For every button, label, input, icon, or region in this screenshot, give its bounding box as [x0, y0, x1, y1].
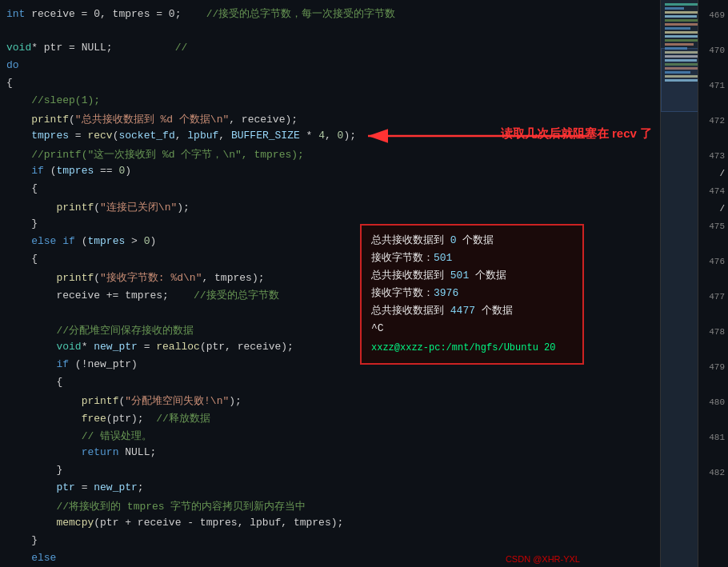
ann-line-6: ^C	[371, 320, 573, 337]
ann-line-1: 总共接收数据到 0 个数据	[371, 232, 573, 250]
line-num-471: 471	[702, 77, 725, 94]
code-line-9: //printf("这一次接收到 %d 个字节，\n", tmpres);	[0, 147, 660, 165]
code-line-10: if (tmpres == 0)	[0, 165, 660, 182]
code-line-4: do	[0, 59, 660, 77]
line-num-470: 470	[702, 42, 725, 59]
line-num-473: 473	[702, 147, 725, 165]
line-num-475: 475	[702, 218, 725, 235]
line-num-477: 477	[702, 288, 725, 305]
line-num-476: 476	[702, 253, 725, 270]
code-line-2	[0, 24, 660, 42]
code-line-12: printf("连接已关闭\n");	[0, 200, 660, 218]
line-num-472: 472	[702, 112, 725, 130]
ann-line-4: 接收字节数：3976	[371, 285, 573, 302]
line-num-480: 480	[702, 393, 725, 411]
ann-line-2: 接收字节数：501	[371, 250, 573, 267]
code-line-22: {	[0, 376, 660, 393]
watermark: CSDN @XHR-YXL	[506, 554, 580, 564]
code-line-24: free(ptr); //释放数据	[0, 411, 660, 429]
line-numbers-panel: 469 470 471 472 473 / 474 / 475 476 477 …	[698, 0, 728, 567]
code-line-28: ptr = new_ptr;	[0, 481, 660, 499]
code-line-11: {	[0, 182, 660, 200]
code-line-5: {	[0, 77, 660, 94]
code-line-23: printf("分配堆空间失败!\n");	[0, 393, 660, 411]
code-line-27: }	[0, 464, 660, 481]
code-line-6: //sleep(1);	[0, 94, 660, 112]
code-editor: int receive = 0, tmpres = 0; //接受的总字节数，每…	[0, 0, 660, 567]
terminal-output-box: 总共接收数据到 0 个数据 接收字节数：501 总共接收数据到 501 个数据 …	[360, 224, 584, 365]
terminal-prompt: xxzz@xxzz-pc:/mnt/hgfs/Ubuntu 20	[371, 339, 573, 357]
code-line-1: int receive = 0, tmpres = 0; //接受的总字节数，每…	[0, 6, 660, 24]
right-sidebar: 469 470 471 472 473 / 474 / 475 476 477 …	[660, 0, 728, 567]
line-num-478: 478	[702, 323, 725, 341]
line-num-469: 469	[702, 6, 725, 24]
code-line-3: void* ptr = NULL; //	[0, 42, 660, 59]
annotation-label: 读取几次后就阻塞在 recv 了	[501, 126, 652, 142]
line-num-474: 474	[702, 182, 725, 200]
code-line-30: memcpy(ptr + receive - tmpres, lpbuf, tm…	[0, 517, 660, 534]
code-line-29: //将接收到的 tmpres 字节的内容拷贝到新内存当中	[0, 499, 660, 517]
ann-line-5: 总共接收数据到 4477 个数据	[371, 302, 573, 320]
ann-line-3: 总共接收数据到 501 个数据	[371, 267, 573, 285]
code-line-31: }	[0, 534, 660, 552]
code-line-25: // 错误处理。	[0, 429, 660, 446]
line-num-482: 482	[702, 464, 725, 481]
line-num-479: 479	[702, 358, 725, 376]
code-line-26: return NULL;	[0, 446, 660, 464]
line-num-481: 481	[702, 429, 725, 446]
